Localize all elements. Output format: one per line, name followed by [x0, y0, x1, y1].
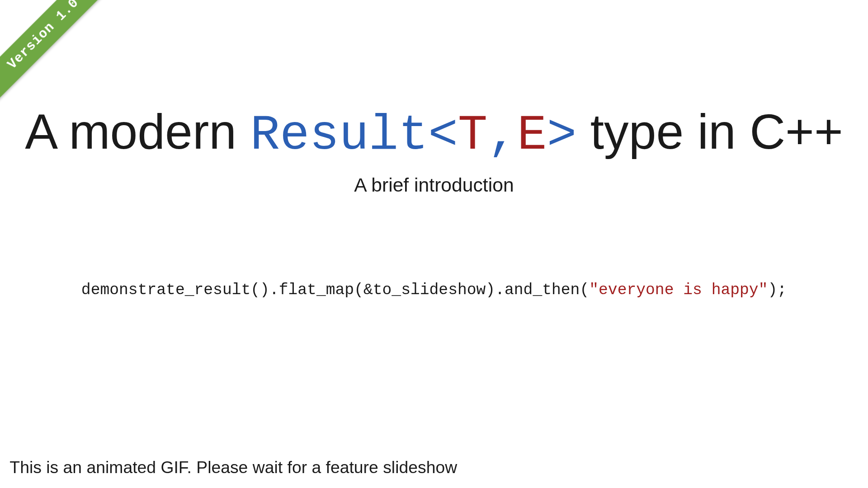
footer-note: This is an animated GIF. Please wait for… — [9, 458, 457, 477]
title-suffix: type in C++ — [576, 104, 843, 159]
title-code-close: > — [547, 108, 577, 164]
title-code-e: E — [517, 108, 547, 164]
title-block: A modern Result<T,E> type in C++ A brief… — [0, 107, 868, 196]
version-ribbon: Version 1.0 — [0, 0, 112, 102]
slide: Version 1.0 A modern Result<T,E> type in… — [0, 0, 868, 488]
slide-title: A modern Result<T,E> type in C++ — [0, 107, 868, 161]
slide-subtitle: A brief introduction — [0, 174, 868, 196]
title-code-t: T — [458, 108, 488, 164]
code-part2: ); — [768, 281, 787, 299]
title-code-comma: , — [487, 108, 517, 164]
title-code-result: Result — [250, 108, 428, 164]
code-example: demonstrate_result().flat_map(&to_slides… — [0, 281, 868, 299]
title-prefix: A modern — [25, 104, 250, 159]
title-code-open: < — [428, 108, 458, 164]
version-label: Version 1.0 — [5, 0, 82, 72]
code-part1: demonstrate_result().flat_map(&to_slides… — [81, 281, 589, 299]
code-string: "everyone is happy" — [589, 281, 768, 299]
